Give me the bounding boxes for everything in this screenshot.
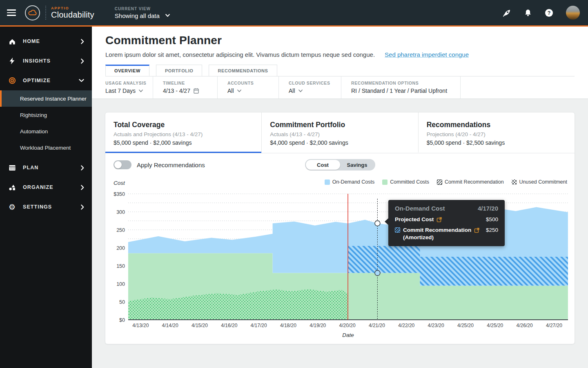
- x-tick-label: 4/20/20: [339, 323, 356, 328]
- external-link-icon[interactable]: [437, 217, 442, 222]
- y-tick-label: $350: [114, 191, 125, 197]
- tab-recommendations[interactable]: RECOMMENDATIONS: [209, 65, 277, 76]
- svg-text:?: ?: [548, 10, 551, 16]
- x-axis-title: Date: [342, 332, 354, 338]
- sidebar-item-workload-placement[interactable]: Workload Placement: [0, 139, 92, 156]
- x-tick-label: 4/22/20: [398, 323, 414, 328]
- sidebar-item-label: INSIGHTS: [23, 58, 51, 64]
- chevron-down-icon: [139, 90, 143, 92]
- y-tick-label: 200: [116, 245, 125, 251]
- chevron-right-icon: [81, 58, 84, 64]
- cost-savings-switch: Cost Savings: [305, 159, 375, 171]
- filter-bar-spacer: [461, 76, 588, 99]
- whats-new-rocket-icon[interactable]: [503, 9, 511, 17]
- filter-cloud-services[interactable]: CLOUD SERVICES All: [279, 76, 341, 99]
- hover-marker-bottom: [375, 270, 380, 276]
- x-tick-label: 4/21/20: [369, 323, 385, 328]
- tooltip-arrow: [385, 218, 389, 225]
- filter-label: ACCOUNTS: [227, 81, 271, 85]
- page-header: Commitment Planner Lorem ipsum dolor sit…: [92, 27, 588, 76]
- filter-usage-analysis[interactable]: USAGE ANALYSIS Last 7 Days: [92, 76, 153, 99]
- brand-apptio: APPTIO: [51, 6, 94, 10]
- gear-icon: ⚙: [8, 203, 16, 211]
- sidebar-item-automation[interactable]: Automation: [0, 123, 92, 139]
- sidebar-item-label: HOME: [23, 38, 40, 44]
- chevron-right-icon: [81, 185, 84, 190]
- blue-swatch-icon: [325, 180, 330, 185]
- apply-recommendations-label: Apply Recommendations: [137, 162, 205, 168]
- sidebar-item-reserved-instance-planner[interactable]: Reserved Instance Planner: [0, 90, 92, 107]
- toggle-knob: [114, 161, 122, 168]
- sidebar-item-optimize[interactable]: OPTIMIZE: [0, 71, 92, 90]
- filter-value: Last 7 Days: [105, 88, 136, 94]
- sidebar-subitem-label: Automation: [20, 128, 48, 135]
- tab-bar: OVERVIEW PORTFOLIO RECOMMENDATIONS: [105, 65, 575, 76]
- legend-item-blue[interactable]: On-Demand Costs: [325, 179, 375, 185]
- card-value: $5,000 spend · $2,500 savings: [427, 139, 566, 146]
- external-link-icon[interactable]: [474, 227, 480, 233]
- cost-segment[interactable]: Cost: [306, 160, 340, 170]
- tab-overview[interactable]: OVERVIEW: [105, 65, 149, 76]
- legend-item-dots[interactable]: Unused Commitment: [512, 179, 567, 185]
- card-value: $4,000 spend · $2,000 savings: [270, 139, 410, 146]
- x-tick-label: 4/17/20: [251, 323, 267, 328]
- filter-value: RI / Standard / 1 Year / Partial Upfront: [351, 88, 447, 94]
- card-commitment-portfolio[interactable]: Commitment Portfolio Actuals (4/13 - 4/2…: [261, 112, 418, 153]
- sidebar-subitem-label: Workload Placement: [20, 145, 71, 151]
- sidebar-item-organize[interactable]: ORGANIZE: [0, 177, 92, 197]
- page-description-link[interactable]: Sed pharetra imperdiet congue: [385, 51, 469, 58]
- app-logo: APPTIO Cloudability: [25, 5, 94, 20]
- hatch-swatch-icon: [437, 180, 442, 185]
- apply-recommendations-toggle[interactable]: [114, 160, 131, 169]
- tab-portfolio[interactable]: PORTFOLIO: [156, 65, 203, 76]
- sidebar-item-insights[interactable]: INSIGHTS: [0, 51, 92, 71]
- chevron-right-icon: [81, 165, 84, 171]
- user-avatar[interactable]: [566, 6, 580, 20]
- brand-cloudability: Cloudability: [51, 10, 94, 20]
- coverage-chart[interactable]: $35030025020015010050$04/13/204/14/204/1…: [105, 176, 575, 344]
- filter-value: All: [227, 88, 234, 94]
- x-tick-label: 4/14/20: [162, 323, 178, 328]
- page-description: Lorem ipsum dolor sit amet, consectetur …: [105, 51, 375, 58]
- notifications-bell-icon[interactable]: [524, 9, 532, 17]
- sidebar-item-home[interactable]: HOME: [0, 31, 92, 51]
- x-tick-label: 4/25/20: [487, 323, 503, 328]
- card-recommendations[interactable]: Recommendations Projections (4/20 - 4/27…: [418, 112, 575, 153]
- y-tick-label: 300: [116, 209, 125, 215]
- current-view-selector[interactable]: CURRENT VIEW Showing all data: [115, 7, 170, 19]
- sidebar-subitem-label: Reserved Instance Planner: [20, 96, 87, 102]
- current-view-label: CURRENT VIEW: [115, 7, 170, 11]
- sidebar-item-settings[interactable]: ⚙ SETTINGS: [0, 197, 92, 217]
- sidebar-item-rightsizing[interactable]: Rightsizing: [0, 107, 92, 123]
- filter-recommendation-options[interactable]: RECOMMENDATION OPTIONS RI / Standard / 1…: [341, 76, 461, 99]
- legend-item-green[interactable]: Committed Costs: [382, 179, 429, 185]
- savings-segment[interactable]: Savings: [340, 160, 374, 170]
- x-tick-label: 4/13/20: [132, 323, 149, 328]
- chevron-down-icon: [79, 79, 84, 82]
- hover-marker-top: [375, 221, 380, 226]
- card-total-coverage[interactable]: Total Coverage Actuals and Projections (…: [105, 112, 261, 153]
- tooltip-row-label: Commit Recommendation: [403, 227, 471, 233]
- y-tick-label: 100: [116, 281, 125, 287]
- sidebar-item-plan[interactable]: PLAN: [0, 158, 92, 177]
- tooltip-row-value: $500: [482, 216, 498, 222]
- filter-accounts[interactable]: ACCOUNTS All: [218, 76, 279, 99]
- chevron-down-icon: [165, 14, 170, 17]
- legend-label: On-Demand Costs: [332, 179, 375, 185]
- chevron-down-icon: [298, 90, 303, 92]
- chart-controls: Apply Recommendations Cost Savings: [105, 153, 575, 176]
- filter-value: 4/13 - 4/27: [163, 88, 190, 94]
- legend-item-hatch[interactable]: Commit Recommendation: [437, 179, 504, 185]
- sidebar: HOME INSIGHTS OPTIMIZE Reserved Instance…: [0, 27, 92, 368]
- legend-label: Unused Commitment: [519, 179, 567, 185]
- help-icon[interactable]: ?: [545, 9, 553, 17]
- x-tick-label: 4/15/20: [192, 323, 208, 328]
- sidebar-item-label: SETTINGS: [23, 204, 52, 210]
- filter-timeline[interactable]: TIMELINE 4/13 - 4/27: [153, 76, 218, 99]
- menu-icon[interactable]: [7, 9, 16, 16]
- card-subtitle: Projections (4/20 - 4/27): [427, 131, 566, 137]
- lightning-icon: [8, 57, 16, 65]
- chevron-right-icon: [81, 39, 84, 44]
- hatch-swatch-icon: [395, 227, 400, 233]
- coverage-panel: Total Coverage Actuals and Projections (…: [105, 112, 575, 344]
